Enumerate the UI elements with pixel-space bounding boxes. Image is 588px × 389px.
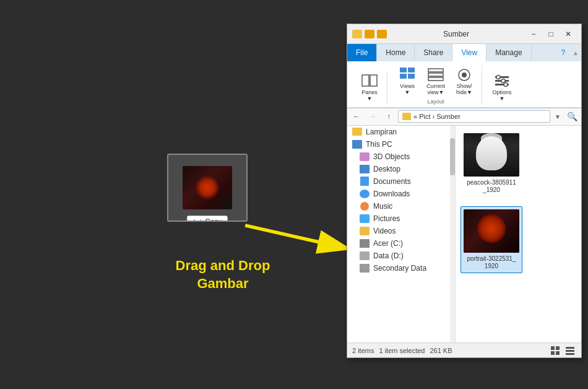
- drag-instruction-line2: Gambar: [167, 275, 279, 293]
- current-view-icon: [427, 66, 444, 84]
- tab-view[interactable]: View: [452, 44, 486, 62]
- address-dropdown[interactable]: ▼: [553, 110, 563, 123]
- drive-c-icon: [360, 239, 370, 248]
- show-hide-label: Show/hide▼: [456, 84, 472, 96]
- svg-rect-22: [556, 351, 560, 355]
- peacock-file-label: peacock-3805911_1920: [467, 179, 516, 194]
- ribbon: File Home Share View Manage ? ▲: [347, 44, 581, 108]
- back-button[interactable]: ←: [350, 110, 363, 123]
- 3dobjects-label: 3D Objects: [373, 152, 410, 161]
- 3dobjects-icon: [360, 152, 370, 161]
- svg-rect-8: [428, 69, 443, 72]
- tab-home[interactable]: Home: [377, 44, 415, 61]
- address-path[interactable]: « Pict › Sumber: [398, 110, 550, 123]
- file-item-peacock[interactable]: peacock-3805911_1920: [460, 131, 522, 196]
- desktop-icon: [360, 165, 370, 173]
- nav-item-downloads[interactable]: Downloads: [347, 188, 455, 200]
- title-bar: Sumber − □ ✕: [347, 24, 581, 44]
- svg-rect-7: [408, 74, 415, 79]
- tab-share[interactable]: Share: [415, 44, 452, 61]
- svg-rect-5: [408, 68, 415, 72]
- panes-icon: [361, 72, 378, 90]
- ribbon-group-panes: Panes▼: [352, 71, 387, 105]
- drag-instruction: Drag and Drop Gambar: [167, 257, 279, 292]
- nav-item-drive-c[interactable]: Acer (C:): [347, 237, 455, 250]
- panes-label: Panes▼: [361, 90, 378, 102]
- desktop-label: Desktop: [373, 165, 400, 173]
- views-button[interactable]: Views▼: [394, 65, 421, 97]
- navigation-pane: Lampiran This PC 3D Objects Desktop: [347, 126, 456, 343]
- current-view-button[interactable]: Currentview▼: [422, 65, 449, 97]
- copy-badge: + + Copy: [187, 216, 228, 222]
- help-button[interactable]: ?: [556, 44, 570, 61]
- details-view-button[interactable]: [564, 345, 576, 356]
- drag-arrow: [238, 211, 362, 254]
- thispc-label: This PC: [366, 140, 392, 149]
- tab-manage[interactable]: Manage: [486, 44, 531, 61]
- show-hide-button[interactable]: Show/hide▼: [451, 65, 478, 97]
- nav-item-drive-d[interactable]: Data (D:): [347, 250, 455, 262]
- path-folder-icon: [402, 113, 411, 120]
- music-icon: [360, 202, 370, 211]
- tab-file[interactable]: File: [347, 44, 377, 61]
- ribbon-group-layout: Views▼ Currentview▼: [390, 65, 482, 105]
- svg-point-16: [496, 76, 500, 79]
- nav-item-desktop[interactable]: Desktop: [347, 163, 455, 175]
- scroll-indicator: [450, 126, 455, 343]
- show-hide-icon: [456, 66, 473, 84]
- forward-button: →: [366, 110, 379, 123]
- documents-icon: [360, 177, 370, 186]
- lampiran-icon: [352, 128, 362, 136]
- svg-rect-4: [400, 68, 407, 72]
- large-icons-view-button[interactable]: [549, 345, 561, 356]
- close-button[interactable]: ✕: [560, 28, 576, 40]
- drive-c-label: Acer (C:): [373, 239, 403, 248]
- current-view-label: Currentview▼: [426, 84, 445, 96]
- views-icon: [399, 66, 416, 84]
- selected-count: 1 item selected: [379, 347, 425, 354]
- search-button[interactable]: 🔍: [565, 110, 579, 123]
- view-controls: [549, 345, 576, 356]
- copy-label: + Copy: [199, 217, 222, 222]
- nav-item-pictures[interactable]: Pictures: [347, 212, 455, 225]
- panes-buttons: Panes▼: [356, 71, 383, 103]
- panes-button[interactable]: Panes▼: [356, 71, 383, 103]
- nav-item-secondary[interactable]: Secondary Data: [347, 262, 455, 274]
- up-button[interactable]: ↑: [382, 110, 396, 123]
- svg-rect-6: [400, 74, 407, 79]
- svg-point-12: [462, 72, 467, 77]
- scroll-thumb[interactable]: [450, 138, 455, 175]
- portrait-image: [464, 209, 519, 253]
- layout-buttons: Views▼ Currentview▼: [394, 65, 478, 97]
- options-buttons: Options▼: [488, 71, 516, 103]
- peacock-head: [476, 136, 507, 170]
- svg-rect-21: [551, 351, 555, 355]
- item-count: 2 items: [352, 347, 374, 354]
- nav-item-videos[interactable]: Videos: [347, 225, 455, 237]
- nav-item-music[interactable]: Music: [347, 200, 455, 212]
- ribbon-body: Panes▼: [347, 61, 581, 108]
- secondary-icon: [360, 264, 370, 273]
- nav-item-documents[interactable]: Documents: [347, 175, 455, 188]
- downloads-icon: [360, 190, 370, 198]
- address-bar: ← → ↑ « Pict › Sumber ▼ 🔍: [347, 108, 581, 126]
- thispc-icon: [352, 140, 362, 149]
- nav-item-lampiran[interactable]: Lampiran: [347, 126, 455, 138]
- ribbon-group-options: Options▼: [485, 71, 519, 105]
- face-glow-decoration: [195, 175, 220, 200]
- options-button[interactable]: Options▼: [488, 71, 516, 103]
- maximize-button[interactable]: □: [543, 28, 559, 40]
- drag-instruction-line1: Drag and Drop: [167, 257, 279, 275]
- title-bar-icons: [352, 30, 387, 38]
- dragged-image-inner: [183, 166, 232, 209]
- videos-label: Videos: [373, 227, 396, 235]
- lampiran-label: Lampiran: [366, 128, 397, 136]
- file-item-portrait[interactable]: portrait-3022531_1920: [460, 206, 522, 273]
- file-size: 261 KB: [430, 347, 452, 354]
- nav-item-3dobjects[interactable]: 3D Objects: [347, 151, 455, 163]
- minimize-button[interactable]: −: [525, 28, 542, 40]
- nav-item-thispc[interactable]: This PC: [347, 138, 455, 151]
- portrait-file-label: portrait-3022531_1920: [467, 255, 516, 270]
- ribbon-tabs: File Home Share View Manage ? ▲: [347, 44, 581, 61]
- peacock-thumbnail: [464, 133, 519, 177]
